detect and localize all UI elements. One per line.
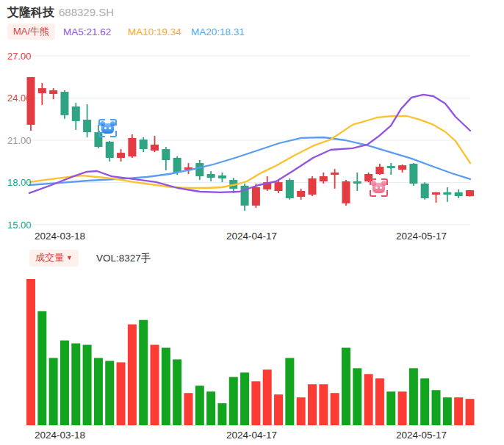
y-axis-label: 15.00	[7, 219, 41, 231]
volume-bar	[195, 386, 204, 425]
volume-bar	[465, 399, 474, 425]
candle-body	[466, 190, 474, 196]
volume-bar	[151, 345, 159, 425]
candle-body	[309, 178, 317, 195]
volume-bar	[308, 384, 317, 425]
volume-bar	[173, 359, 181, 425]
volume-bar	[454, 397, 463, 425]
y-axis-label: 18.00	[7, 176, 41, 189]
candle-body	[173, 158, 181, 173]
candle-body	[140, 140, 148, 149]
candle-body	[387, 166, 395, 168]
volume-bar	[184, 393, 192, 425]
volume-bar	[353, 368, 361, 425]
candle-body	[443, 192, 451, 195]
volume-bar	[398, 391, 407, 425]
volume-bar	[139, 320, 148, 425]
volume-bar	[364, 374, 373, 425]
volume-bar	[274, 394, 283, 425]
candle-body	[320, 176, 328, 181]
candle-body	[375, 167, 384, 174]
volume-indicator-label: 成交量	[35, 252, 64, 263]
volume-bar	[297, 397, 306, 425]
volume-bar	[26, 279, 35, 425]
candle-body	[252, 187, 260, 206]
ma-line-ma10	[29, 116, 470, 188]
volume-bar	[409, 368, 418, 425]
candle-body	[286, 180, 294, 198]
candle-body	[275, 182, 283, 191]
candle-body	[60, 92, 68, 115]
candle-body	[353, 181, 361, 184]
volume-bar	[105, 361, 114, 425]
volume-bar	[217, 403, 226, 425]
candle-body	[128, 138, 136, 156]
candle-body	[421, 184, 429, 198]
volume-bar	[229, 377, 238, 425]
volume-bar	[94, 358, 103, 425]
candle-body	[342, 181, 350, 203]
candle-body	[218, 176, 226, 178]
date-label: 2024-03-18	[35, 430, 85, 441]
volume-bar	[420, 378, 429, 425]
candle-body	[106, 142, 114, 158]
date-label: 2024-05-17	[396, 430, 447, 441]
candle-body	[409, 164, 417, 184]
volume-bar	[162, 348, 170, 425]
volume-bar	[285, 358, 294, 425]
volume-bar	[386, 391, 395, 425]
volume-readout: VOL:8327手	[96, 252, 151, 265]
y-axis-label: 24.00	[7, 92, 41, 104]
volume-bar	[331, 393, 339, 425]
volume-bar	[263, 369, 272, 425]
bear-marker-icon[interactable]	[98, 119, 117, 137]
candle-body	[72, 106, 80, 121]
candle-body	[398, 165, 406, 170]
volume-bar	[117, 362, 126, 425]
date-label: 2024-03-18	[35, 231, 85, 242]
candle-body	[117, 153, 125, 158]
candle-body	[49, 90, 57, 94]
candle-body	[151, 145, 159, 151]
volume-indicator-dropdown[interactable]: 成交量▼	[29, 250, 79, 267]
price-volume-chart[interactable]	[0, 0, 504, 445]
volume-bar	[71, 344, 80, 425]
candle-body	[297, 191, 305, 197]
date-label: 2024-04-17	[226, 430, 277, 441]
volume-bar	[60, 341, 69, 425]
volume-bar	[342, 348, 350, 425]
stock-chart-page: 艾隆科技688329.SH MA/牛熊 MA5:21.62 MA10:19.34…	[0, 0, 504, 445]
volume-bar	[432, 390, 441, 425]
candle-body	[331, 173, 339, 175]
volume-bar	[37, 311, 46, 425]
candle-body	[195, 163, 204, 176]
candle-body	[207, 174, 215, 178]
candle-body	[455, 192, 463, 196]
volume-bar	[128, 325, 137, 425]
candle-body	[162, 149, 170, 160]
y-axis-label: 21.00	[7, 134, 41, 147]
date-label: 2024-05-17	[396, 231, 447, 242]
candle-body	[83, 120, 91, 132]
volume-bar	[443, 397, 452, 425]
y-axis-label: 27.00	[7, 50, 41, 62]
volume-bar	[206, 391, 215, 425]
volume-bar	[251, 381, 260, 425]
volume-bar	[240, 372, 249, 425]
volume-bar	[375, 378, 384, 425]
volume-bar	[83, 345, 92, 425]
volume-bar	[319, 384, 328, 425]
chevron-down-icon: ▼	[66, 254, 73, 261]
date-label: 2024-04-17	[226, 231, 277, 242]
bull-marker-icon[interactable]	[370, 178, 388, 197]
candle-body	[432, 192, 440, 195]
volume-bar	[49, 358, 58, 425]
